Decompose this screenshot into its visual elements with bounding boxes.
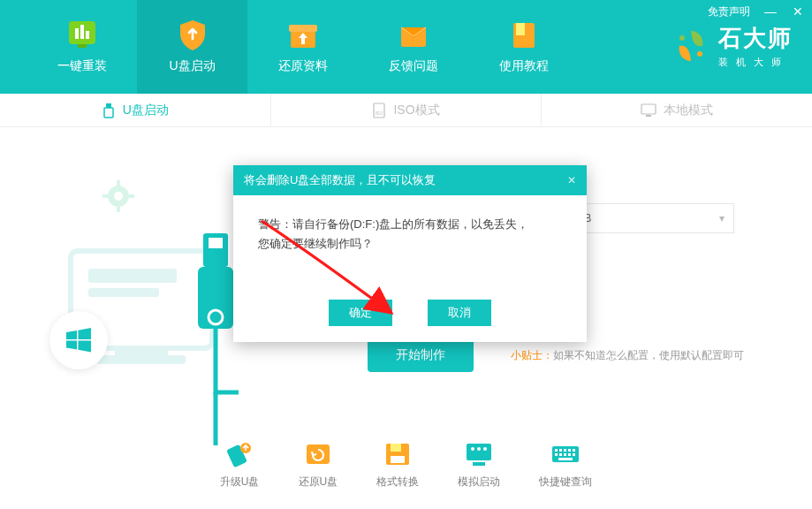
tool-shortcut-lookup[interactable]: 快捷键查询 bbox=[539, 441, 592, 490]
svg-rect-51 bbox=[559, 453, 562, 456]
start-button-label: 开始制作 bbox=[396, 347, 445, 363]
svg-point-19 bbox=[114, 192, 123, 201]
keyboard-icon bbox=[550, 441, 581, 467]
svg-rect-16 bbox=[641, 104, 656, 114]
header: 一键重装 U盘启动 还原资料 反馈问题 使用教程 石大师 装 bbox=[0, 0, 812, 94]
nav-label: U盘启动 bbox=[169, 58, 215, 74]
nav-feedback[interactable]: 反馈问题 bbox=[358, 0, 468, 94]
nav-reinstall[interactable]: 一键重装 bbox=[27, 0, 137, 94]
svg-rect-28 bbox=[97, 355, 186, 364]
monitor-icon bbox=[464, 441, 494, 467]
svg-text:ISO: ISO bbox=[376, 110, 383, 116]
subtab-label: 本地模式 bbox=[664, 103, 713, 118]
svg-rect-21 bbox=[117, 207, 120, 212]
monitor-icon bbox=[641, 103, 656, 118]
restore-icon bbox=[303, 441, 333, 467]
svg-rect-37 bbox=[391, 444, 401, 452]
dialog-cancel-button[interactable]: 取消 bbox=[428, 300, 491, 326]
nav-label: 使用教程 bbox=[499, 58, 549, 74]
svg-point-40 bbox=[471, 447, 474, 451]
book-icon bbox=[505, 19, 543, 51]
svg-rect-48 bbox=[568, 449, 571, 452]
svg-rect-54 bbox=[573, 453, 575, 456]
bottom-toolbar: 升级U盘 还原U盘 格式转换 模拟启动 快捷键查询 bbox=[0, 441, 812, 490]
svg-rect-38 bbox=[391, 456, 405, 463]
dialog-actions: 确定 取消 bbox=[233, 300, 587, 326]
svg-rect-20 bbox=[117, 180, 120, 186]
svg-rect-17 bbox=[646, 115, 651, 117]
svg-rect-46 bbox=[559, 449, 562, 452]
capacity-select[interactable]: GB ▾ bbox=[566, 203, 734, 233]
save-icon bbox=[383, 441, 413, 467]
subtab-label: ISO模式 bbox=[393, 103, 439, 118]
subtab-iso[interactable]: ISO ISO模式 bbox=[271, 94, 543, 126]
svg-rect-9 bbox=[516, 23, 525, 35]
nav-label: 反馈问题 bbox=[389, 58, 438, 74]
svg-rect-45 bbox=[555, 449, 558, 452]
svg-rect-49 bbox=[573, 449, 575, 452]
tip-text: 小贴士：如果不知道怎么配置，使用默认配置即可 bbox=[511, 348, 744, 363]
start-button[interactable]: 开始制作 bbox=[368, 338, 474, 372]
gear-icon bbox=[101, 179, 136, 214]
svg-point-11 bbox=[697, 51, 702, 57]
svg-rect-43 bbox=[473, 462, 485, 466]
svg-rect-31 bbox=[198, 267, 233, 329]
chart-icon bbox=[64, 19, 101, 51]
tool-upgrade-usb[interactable]: 升级U盘 bbox=[220, 441, 260, 490]
svg-rect-23 bbox=[129, 194, 134, 198]
svg-rect-27 bbox=[115, 348, 168, 355]
brand-logo: 石大师 装机大师 bbox=[672, 23, 793, 69]
usb-illustration bbox=[177, 233, 239, 454]
nav-restore[interactable]: 还原资料 bbox=[247, 0, 358, 94]
svg-rect-52 bbox=[564, 453, 566, 456]
svg-point-41 bbox=[477, 447, 481, 451]
svg-rect-1 bbox=[75, 28, 79, 39]
nav-label: 还原资料 bbox=[278, 58, 328, 74]
svg-rect-25 bbox=[88, 269, 177, 283]
brand-name: 石大师 bbox=[718, 23, 793, 54]
svg-rect-55 bbox=[558, 458, 573, 460]
svg-rect-30 bbox=[209, 238, 223, 248]
subtab-usb-boot[interactable]: U盘启动 bbox=[0, 94, 271, 126]
nav-tutorial[interactable]: 使用教程 bbox=[468, 0, 579, 94]
dialog-titlebar: 将会删除U盘全部数据，且不可以恢复 ✕ bbox=[233, 165, 587, 195]
tool-label: 升级U盘 bbox=[220, 475, 260, 490]
disclaimer-link[interactable]: 免责声明 bbox=[708, 4, 750, 19]
minimize-button[interactable]: — bbox=[763, 4, 778, 19]
svg-point-10 bbox=[679, 35, 685, 41]
main-area: GB ▾ 开始制作 小贴士：如果不知道怎么配置，使用默认配置即可 升级U盘 还原… bbox=[0, 127, 812, 509]
box-up-icon bbox=[285, 19, 322, 51]
tool-label: 格式转换 bbox=[376, 475, 419, 490]
usb-up-icon bbox=[224, 441, 254, 467]
tool-label: 快捷键查询 bbox=[539, 475, 592, 490]
dialog-title-text: 将会删除U盘全部数据，且不可以恢复 bbox=[244, 172, 436, 188]
svg-rect-2 bbox=[80, 25, 84, 39]
svg-rect-6 bbox=[289, 25, 317, 32]
windows-icon bbox=[64, 325, 94, 355]
svg-rect-53 bbox=[568, 453, 571, 456]
dialog-ok-button[interactable]: 确定 bbox=[329, 300, 392, 326]
subtabs: U盘启动 ISO ISO模式 本地模式 bbox=[0, 94, 812, 127]
tool-restore-usb[interactable]: 还原U盘 bbox=[299, 441, 338, 490]
windows-bubble bbox=[49, 311, 108, 369]
nav-usb-boot[interactable]: U盘启动 bbox=[137, 0, 247, 94]
tool-simulate-boot[interactable]: 模拟启动 bbox=[458, 441, 500, 490]
cancel-label: 取消 bbox=[448, 305, 471, 321]
tip-body: 如果不知道怎么配置，使用默认配置即可 bbox=[553, 349, 744, 361]
svg-point-42 bbox=[483, 447, 487, 451]
shield-icon bbox=[174, 19, 211, 51]
svg-rect-39 bbox=[467, 444, 491, 460]
svg-rect-50 bbox=[555, 453, 558, 456]
tool-format-convert[interactable]: 格式转换 bbox=[376, 441, 419, 490]
tool-label: 模拟启动 bbox=[458, 475, 500, 490]
dialog-close-button[interactable]: ✕ bbox=[567, 174, 576, 186]
subtab-label: U盘启动 bbox=[123, 103, 169, 118]
file-icon: ISO bbox=[372, 103, 386, 118]
subtab-local[interactable]: 本地模式 bbox=[542, 94, 812, 126]
tip-prefix: 小贴士： bbox=[511, 349, 553, 361]
chevron-down-icon: ▾ bbox=[719, 212, 725, 224]
svg-rect-22 bbox=[102, 194, 108, 198]
svg-rect-26 bbox=[88, 288, 159, 297]
svg-rect-13 bbox=[104, 108, 113, 118]
close-button[interactable]: ✕ bbox=[791, 4, 805, 19]
